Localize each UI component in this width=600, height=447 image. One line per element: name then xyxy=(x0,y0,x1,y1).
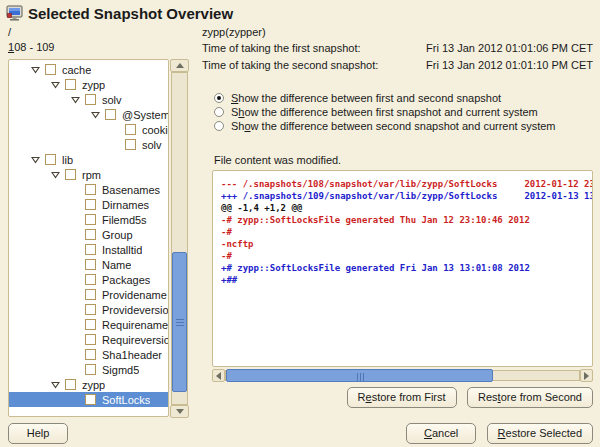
tree-row-installtid[interactable]: Installtid xyxy=(9,242,168,257)
tree-row-cache[interactable]: cache xyxy=(9,62,168,77)
page-title: Selected Snapshot Overview xyxy=(28,5,233,22)
tree-row-packages[interactable]: Packages xyxy=(9,272,168,287)
help-button[interactable]: Help xyxy=(8,423,68,444)
snapshot-range-label: 108 - 109 xyxy=(8,41,55,53)
checkbox[interactable] xyxy=(85,244,96,255)
radio-diff-mode-1[interactable]: Show the difference between first and se… xyxy=(214,91,556,105)
time-first-label: Time of taking the first snapshot: xyxy=(202,42,361,54)
expander-icon[interactable] xyxy=(31,156,45,164)
radio-label: Show the difference between first and se… xyxy=(231,92,501,104)
diff-line-removed: -# xyxy=(221,226,584,238)
restore-selected-button[interactable]: Restore Selected xyxy=(487,423,593,444)
checkbox[interactable] xyxy=(85,229,96,240)
tree-label: Requireversion xyxy=(102,334,168,346)
expander-icon[interactable] xyxy=(51,381,65,389)
tree-label: Filemd5s xyxy=(102,214,147,226)
tree-label: Name xyxy=(102,259,131,271)
time-second-row: Time of taking the second snapshot: Fri … xyxy=(202,59,593,71)
checkbox[interactable] xyxy=(85,199,96,210)
checkbox[interactable] xyxy=(65,79,76,90)
tree-row--system[interactable]: @System xyxy=(9,107,168,122)
scroll-left-icon[interactable] xyxy=(212,369,225,382)
checkbox[interactable] xyxy=(125,139,136,150)
expander-icon[interactable] xyxy=(91,111,105,119)
tree-label: Provideversion xyxy=(102,304,168,316)
tree-label: Sigmd5 xyxy=(102,364,139,376)
checkbox[interactable] xyxy=(85,289,96,300)
tree-row-requirename[interactable]: Requirename xyxy=(9,317,168,332)
tree-row-solv[interactable]: solv xyxy=(9,137,168,152)
tree-row-cookie[interactable]: cookie xyxy=(9,122,168,137)
checkbox[interactable] xyxy=(45,64,56,75)
expander-icon[interactable] xyxy=(31,66,45,74)
scrollbar-thumb[interactable] xyxy=(172,252,187,392)
tree-row-provideversion[interactable]: Provideversion xyxy=(9,302,168,317)
tree-row-basenames[interactable]: Basenames xyxy=(9,182,168,197)
diff-horizontal-scrollbar[interactable] xyxy=(212,369,593,382)
expander-icon[interactable] xyxy=(51,171,65,179)
radio-icon[interactable] xyxy=(214,121,224,131)
tree-row-name[interactable]: Name xyxy=(9,257,168,272)
checkbox[interactable] xyxy=(125,124,136,135)
checkbox[interactable] xyxy=(85,94,96,105)
checkbox[interactable] xyxy=(85,259,96,270)
tree-row-solv[interactable]: solv xyxy=(9,92,168,107)
diff-line-removed: --- /.snapshots/108/snapshot/var/lib/zyp… xyxy=(221,178,584,190)
footer-buttons: Cancel Restore Selected xyxy=(400,423,593,444)
checkbox[interactable] xyxy=(85,334,96,345)
tree-label: rpm xyxy=(82,169,101,181)
checkbox[interactable] xyxy=(45,154,56,165)
tree-row-lib[interactable]: lib xyxy=(9,152,168,167)
expander-icon[interactable] xyxy=(71,96,85,104)
tree-row-softlocks[interactable]: SoftLocks xyxy=(9,392,168,407)
file-tree[interactable]: cachezyppsolv@SystemcookiesolvlibrpmBase… xyxy=(8,59,169,417)
radio-icon[interactable] xyxy=(214,107,224,117)
radio-diff-mode-3[interactable]: Show the difference between second snaps… xyxy=(214,119,556,133)
scroll-up-icon[interactable] xyxy=(170,59,189,72)
checkbox[interactable] xyxy=(85,319,96,330)
tree-row-sigmd5[interactable]: Sigmd5 xyxy=(9,362,168,377)
checkbox[interactable] xyxy=(85,184,96,195)
tree-label: solv xyxy=(102,94,122,106)
tree-label: zypp xyxy=(82,379,105,391)
checkbox[interactable] xyxy=(85,364,96,375)
tree-row-providename[interactable]: Providename xyxy=(9,287,168,302)
tree-row-requireversion[interactable]: Requireversion xyxy=(9,332,168,347)
app-icon xyxy=(6,4,24,22)
tree-row-sha1header[interactable]: Sha1header xyxy=(9,347,168,362)
expander-icon[interactable] xyxy=(51,81,65,89)
diff-line-removed: -ncftp xyxy=(221,238,584,250)
scroll-right-icon[interactable] xyxy=(580,369,593,382)
tree-label: Dirnames xyxy=(102,199,149,211)
tree-label: Installtid xyxy=(102,244,142,256)
diff-line-removed: -# xyxy=(221,250,584,262)
restore-from-first-button[interactable]: Restore from First xyxy=(347,387,457,408)
checkbox[interactable] xyxy=(85,349,96,360)
time-first-row: Time of taking the first snapshot: Fri 1… xyxy=(202,42,593,54)
tree-row-zypp[interactable]: zypp xyxy=(9,377,168,392)
checkbox[interactable] xyxy=(85,304,96,315)
checkbox[interactable] xyxy=(65,379,76,390)
checkbox[interactable] xyxy=(85,214,96,225)
checkbox[interactable] xyxy=(85,274,96,285)
radio-diff-mode-2[interactable]: Show the difference between first snapsh… xyxy=(214,105,556,119)
snapshot-name-label: zypp(zypper) xyxy=(202,26,266,38)
tree-row-group[interactable]: Group xyxy=(9,227,168,242)
scroll-down-icon[interactable] xyxy=(170,405,189,418)
cancel-button[interactable]: Cancel xyxy=(406,423,476,444)
checkbox[interactable] xyxy=(85,394,96,405)
tree-label: Packages xyxy=(102,274,150,286)
tree-row-rpm[interactable]: rpm xyxy=(9,167,168,182)
diff-mode-radio-group: Show the difference between first and se… xyxy=(214,91,556,133)
tree-row-filemd5s[interactable]: Filemd5s xyxy=(9,212,168,227)
tree-label: Group xyxy=(102,229,133,241)
restore-from-second-button[interactable]: Restore from Second xyxy=(467,387,593,408)
radio-icon[interactable] xyxy=(214,93,224,103)
checkbox[interactable] xyxy=(65,169,76,180)
tree-row-dirnames[interactable]: Dirnames xyxy=(9,197,168,212)
diff-content-view[interactable]: --- /.snapshots/108/snapshot/var/lib/zyp… xyxy=(212,170,593,367)
tree-vertical-scrollbar[interactable] xyxy=(170,59,189,418)
checkbox[interactable] xyxy=(105,109,116,120)
tree-row-zypp[interactable]: zypp xyxy=(9,77,168,92)
scrollbar-thumb[interactable] xyxy=(226,369,493,382)
